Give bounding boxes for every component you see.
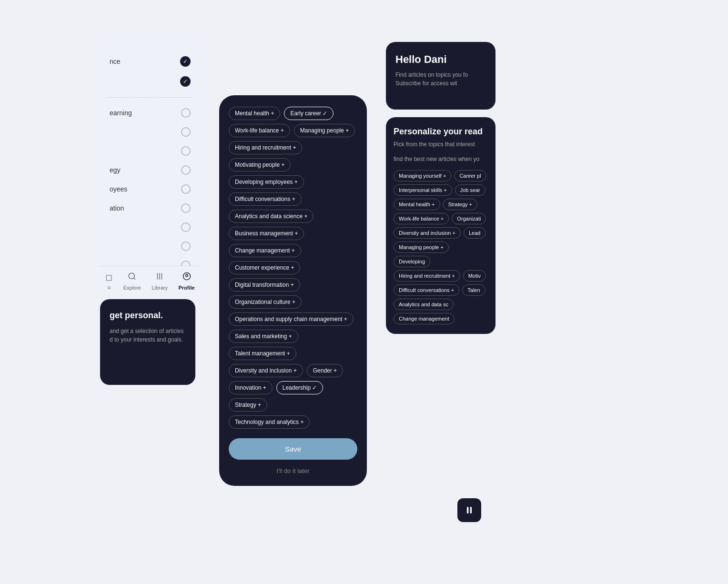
right-panel: Hello Dani Find articles on topics you f… — [386, 42, 495, 334]
p-tag-12[interactable]: Hiring and recruitment + — [394, 270, 460, 282]
tag-motivating[interactable]: Motivating people + — [229, 158, 291, 171]
p-tag-5[interactable]: Strategy + — [443, 199, 477, 210]
skip-link[interactable]: I'll do it later — [229, 465, 357, 476]
tags-row-12: Innovation + Leadership ✓ Strategy + — [229, 381, 357, 412]
svg-point-0 — [129, 273, 135, 279]
tag-early-career[interactable]: Early career ✓ — [284, 107, 334, 120]
radio-label-6: ation — [110, 204, 124, 212]
tags-row-11: Diversity and inclusion + Gender + — [229, 364, 357, 377]
p-tag-8[interactable]: Diversity and inclusion + — [394, 227, 461, 239]
tags-row-5: Analytics and data science + — [229, 210, 357, 223]
hello-line1: Find articles on topics you fo — [395, 70, 486, 79]
tag-strategy[interactable]: Strategy + — [229, 398, 267, 412]
check-icon-2: ✓ — [180, 76, 191, 87]
radio-label-1: earning — [110, 109, 132, 117]
radio-item-2[interactable] — [108, 122, 192, 141]
tag-tech-analytics[interactable]: Technology and analytics + — [229, 415, 310, 429]
profile-icon — [182, 272, 191, 283]
tag-managing-people[interactable]: Managing people + — [294, 124, 355, 137]
tag-innovation[interactable]: Innovation + — [229, 381, 273, 394]
bottom-left-line1: and get a selection of articles — [110, 327, 186, 335]
tag-work-life[interactable]: Work-life balance + — [229, 124, 290, 137]
personalize-desc1: Pick from the topics that interest — [394, 141, 488, 149]
radio-item-5[interactable]: oyees — [108, 180, 192, 199]
nav-item-u[interactable]: ◻ u — [105, 272, 112, 291]
bottom-left-card: get personal. and get a selection of art… — [100, 299, 195, 385]
p-tag-13[interactable]: Motiv — [463, 270, 486, 282]
checked-label-1: nce — [110, 58, 121, 65]
p-tag-11[interactable]: Developing — [394, 256, 430, 267]
radio-item-1[interactable]: earning — [108, 103, 192, 122]
radio-circle-2[interactable] — [181, 127, 191, 137]
radio-label-4: egy — [110, 166, 121, 174]
tags-row-7: Customer experience + Digital transforma… — [229, 261, 357, 292]
p-tag-6[interactable]: Work-life balance + — [394, 213, 449, 224]
tag-leadership[interactable]: Leadership ✓ — [276, 381, 324, 394]
p-tag-3[interactable]: Job sear — [455, 184, 485, 196]
tag-mental-health[interactable]: Mental health + — [229, 107, 280, 120]
nav-icon-u: ◻ — [105, 272, 112, 282]
save-button[interactable]: Save — [229, 438, 357, 460]
p-tag-0[interactable]: Managing yourself + — [394, 170, 451, 181]
p-tag-4[interactable]: Mental health + — [394, 199, 440, 210]
tag-org-culture[interactable]: Organizational culture + — [229, 295, 302, 309]
radio-item-6[interactable]: ation — [108, 199, 192, 218]
tags-row-4: Developing employees + Difficult convers… — [229, 175, 357, 206]
p-tag-9[interactable]: Lead — [464, 227, 485, 239]
svg-line-1 — [134, 278, 135, 279]
tag-digital[interactable]: Digital transformation + — [229, 278, 300, 292]
tag-diversity[interactable]: Diversity and inclusion + — [229, 364, 303, 377]
svg-rect-5 — [467, 507, 468, 513]
radio-item-8[interactable] — [108, 237, 192, 256]
tag-sales[interactable]: Sales and marketing + — [229, 330, 298, 343]
nav-item-library[interactable]: Library — [152, 272, 168, 291]
tags-row-13: Technology and analytics + — [229, 415, 357, 429]
p-tag-16[interactable]: Analytics and data sc — [394, 299, 454, 310]
tag-operations[interactable]: Operations and supply chain management + — [229, 312, 354, 326]
radio-circle-4[interactable] — [181, 165, 191, 175]
p-tag-2[interactable]: Interpersonal skills + — [394, 184, 452, 196]
nav-item-profile[interactable]: Profile — [179, 272, 195, 291]
svg-rect-6 — [470, 507, 472, 513]
nav-item-explore[interactable]: Explore — [123, 272, 141, 291]
personalize-card: Personalize your read Pick from the topi… — [386, 117, 495, 334]
radio-circle-6[interactable] — [181, 203, 191, 213]
radio-circle-1[interactable] — [181, 108, 191, 118]
hello-title: Hello Dani — [395, 53, 486, 66]
search-icon — [128, 272, 136, 283]
bottom-left-title: get personal. — [110, 311, 186, 321]
personalize-desc2: find the best new articles when yo — [394, 155, 488, 163]
floating-pause-icon[interactable] — [457, 498, 481, 522]
tags-row-9: Operations and supply chain management + — [229, 312, 357, 326]
radio-item-4[interactable]: egy — [108, 161, 192, 180]
radio-circle-7[interactable] — [181, 222, 191, 232]
personalize-title: Personalize your read — [394, 127, 488, 137]
check-icon-1: ✓ — [180, 56, 191, 67]
radio-item-7[interactable] — [108, 218, 192, 237]
tags-row-8: Organizational culture + — [229, 295, 357, 309]
p-tag-7[interactable]: Organizati — [452, 213, 486, 224]
tag-difficult[interactable]: Difficult conversations + — [229, 192, 302, 206]
p-tag-1[interactable]: Career pl — [454, 170, 486, 181]
left-panel: nce ✓ ✓ earning egy oyees ation — [100, 42, 200, 294]
tags-row-2: Work-life balance + Managing people + — [229, 124, 357, 137]
radio-circle-3[interactable] — [181, 146, 191, 156]
radio-circle-5[interactable] — [181, 184, 191, 194]
tag-developing[interactable]: Developing employees + — [229, 175, 304, 189]
p-tag-17[interactable]: Change management — [394, 313, 455, 324]
center-phone: Mental health + Early career ✓ Work-life… — [219, 95, 367, 486]
bottom-left-line2: d to your interests and goals. — [110, 335, 186, 344]
p-tag-10[interactable]: Managing people + — [394, 242, 449, 253]
p-tag-15[interactable]: Talen — [462, 284, 485, 296]
library-icon — [155, 272, 164, 283]
radio-item-3[interactable] — [108, 141, 192, 161]
tag-customer[interactable]: Customer experience + — [229, 261, 300, 274]
tag-gender[interactable]: Gender + — [307, 364, 343, 377]
tag-business[interactable]: Business management + — [229, 227, 304, 240]
tag-analytics[interactable]: Analytics and data science + — [229, 210, 313, 223]
tag-hiring[interactable]: Hiring and recruitment + — [229, 141, 302, 154]
radio-circle-8[interactable] — [181, 242, 191, 251]
tag-change[interactable]: Change management + — [229, 244, 301, 257]
tag-talent[interactable]: Talent management + — [229, 347, 296, 360]
p-tag-14[interactable]: Difficult conversations + — [394, 284, 459, 296]
